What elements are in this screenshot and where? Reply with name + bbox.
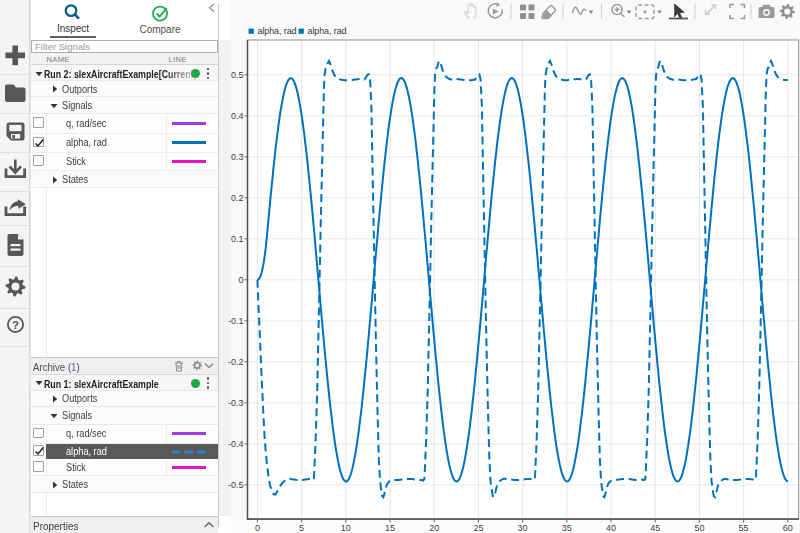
svg-text:?: ? <box>12 319 19 331</box>
svg-text:0: 0 <box>238 275 243 285</box>
svg-text:-0.3: -0.3 <box>228 398 244 408</box>
svg-text:-0.5: -0.5 <box>228 480 244 490</box>
svg-text:45: 45 <box>650 523 660 533</box>
svg-text:35: 35 <box>562 523 572 533</box>
svg-text:55: 55 <box>739 523 749 533</box>
svg-text:alpha, rad: alpha, rad <box>258 26 297 36</box>
svg-text:60: 60 <box>783 523 793 533</box>
svg-text:5: 5 <box>299 523 304 533</box>
svg-text:10: 10 <box>341 523 351 533</box>
svg-text:0.5: 0.5 <box>231 70 244 80</box>
svg-text:40: 40 <box>606 523 616 533</box>
svg-text:-0.2: -0.2 <box>228 357 244 367</box>
svg-text:-0.1: -0.1 <box>228 316 244 326</box>
svg-text:0.3: 0.3 <box>231 152 244 162</box>
svg-text:30: 30 <box>518 523 528 533</box>
svg-text:0.1: 0.1 <box>231 234 244 244</box>
svg-text:0.2: 0.2 <box>231 193 244 203</box>
svg-text:0.4: 0.4 <box>231 111 244 121</box>
svg-text:25: 25 <box>473 523 483 533</box>
svg-text:0: 0 <box>255 523 260 533</box>
svg-text:20: 20 <box>429 523 439 533</box>
svg-text:-0.4: -0.4 <box>228 439 244 449</box>
svg-text:15: 15 <box>385 523 395 533</box>
svg-text:alpha, rad: alpha, rad <box>308 26 347 36</box>
svg-text:50: 50 <box>694 523 704 533</box>
